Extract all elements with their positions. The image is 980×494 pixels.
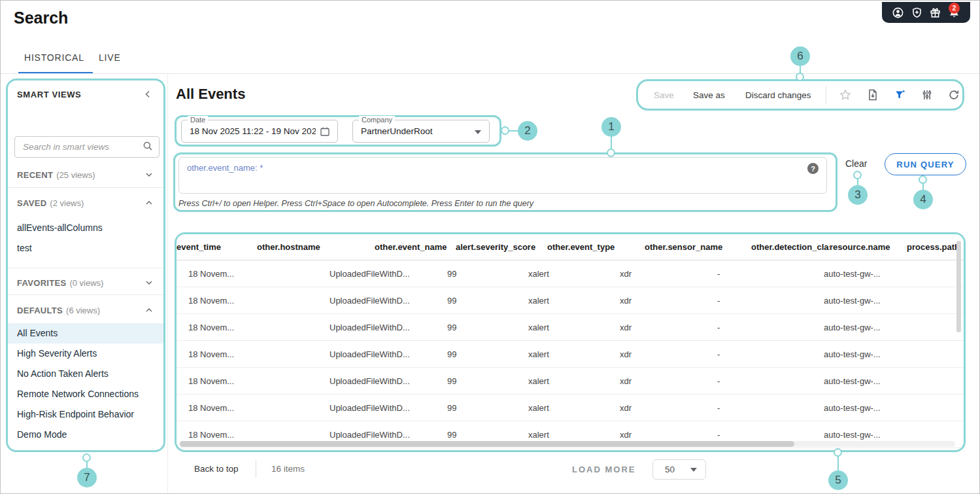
- notification-badge: 2: [949, 3, 960, 14]
- section-defaults[interactable]: DEFAULTS (6 views): [8, 300, 163, 320]
- column-header[interactable]: other.hostname: [257, 242, 375, 252]
- callout-6-dot: [796, 73, 804, 81]
- section-count: (2 views): [50, 198, 84, 208]
- divider: [8, 187, 163, 188]
- list-item[interactable]: All Events: [8, 323, 163, 344]
- callout-2-line: [509, 130, 518, 132]
- chevron-down-icon: [144, 277, 154, 288]
- callout-3: 3: [848, 185, 868, 205]
- list-item[interactable]: High Severity Alerts: [8, 344, 163, 364]
- tabs-divider: [1, 73, 980, 74]
- list-item[interactable]: No Action Taken Alerts: [8, 364, 163, 384]
- list-item[interactable]: test: [8, 238, 163, 258]
- section-count: (25 views): [56, 170, 95, 180]
- save-as-button[interactable]: Save as: [693, 90, 725, 100]
- table-row[interactable]: 18 Novem...UploadedFileWithD... 99xalert…: [177, 341, 964, 368]
- items-count: 16 items: [271, 464, 305, 474]
- shield-icon[interactable]: [911, 7, 923, 19]
- column-header[interactable]: alert.severity_score: [456, 242, 547, 252]
- table-row[interactable]: 18 Novem...UploadedFileWithD... 99xalert…: [177, 287, 964, 314]
- divider: [8, 294, 163, 295]
- list-item[interactable]: High-Risk Endpoint Behavior: [8, 404, 163, 425]
- callout-1: 1: [601, 117, 621, 137]
- table-row[interactable]: 18 Novem...UploadedFileWithD... 99xalert…: [177, 260, 964, 287]
- results-table: event_timeother.hostnameother.event_name…: [175, 232, 966, 452]
- help-icon[interactable]: ?: [807, 163, 819, 174]
- column-header[interactable]: resource.name: [830, 242, 907, 252]
- collapse-sidebar-icon[interactable]: [141, 88, 154, 101]
- chevron-down-icon: [475, 130, 481, 134]
- discard-changes-button[interactable]: Discard changes: [745, 90, 811, 100]
- run-query-button[interactable]: RUN QUERY: [885, 153, 966, 175]
- column-header[interactable]: other.event_name: [375, 242, 456, 252]
- load-more-button[interactable]: LOAD MORE: [572, 465, 635, 474]
- gift-icon[interactable]: [929, 7, 941, 19]
- callout-5-dot: [834, 448, 842, 457]
- column-header[interactable]: other.event_type: [547, 242, 645, 252]
- callout-6: 6: [790, 46, 810, 66]
- company-select[interactable]: Company PartnerUnderRoot: [352, 120, 490, 143]
- divider: [8, 268, 163, 268]
- table-row[interactable]: 18 Novem...UploadedFileWithD... 99xalert…: [177, 314, 964, 341]
- date-range-field[interactable]: Date 18 Nov 2025 11:22 - 19 Nov 202...: [181, 120, 338, 143]
- column-header[interactable]: other.sensor_name: [645, 242, 751, 252]
- vertical-scrollbar[interactable]: [956, 241, 961, 332]
- search-icon[interactable]: [142, 140, 154, 154]
- save-button[interactable]: Save: [654, 90, 674, 100]
- section-label: FAVORITES: [17, 278, 66, 288]
- smart-views-search: [14, 136, 160, 158]
- column-header[interactable]: event_time: [177, 242, 257, 252]
- callout-1-dot: [607, 149, 615, 157]
- callout-2: 2: [518, 121, 537, 141]
- chevron-up-icon: [144, 305, 154, 315]
- section-label: SAVED: [17, 198, 46, 208]
- date-field-value: 18 Nov 2025 11:22 - 19 Nov 202...: [182, 120, 316, 143]
- section-label: DEFAULTS: [17, 306, 63, 315]
- clear-button[interactable]: Clear: [845, 158, 867, 169]
- smart-views-panel: SMART VIEWS RECENT (25 views) SAVED (2 v…: [6, 79, 165, 452]
- tab-live[interactable]: LIVE: [99, 52, 121, 63]
- footer-divider: [256, 461, 256, 478]
- refresh-icon[interactable]: [947, 88, 960, 101]
- list-item[interactable]: Demo Mode: [8, 425, 163, 445]
- page-size-value: 50: [653, 465, 675, 474]
- star-icon[interactable]: [839, 88, 852, 101]
- chevron-down-icon: [690, 468, 697, 472]
- section-recent[interactable]: RECENT (25 views): [8, 165, 163, 185]
- query-text: other.event_name: *: [187, 163, 263, 173]
- callout-4-dot: [919, 175, 927, 184]
- saved-views-list: allEvents-allColumnstest: [8, 218, 163, 258]
- user-icon[interactable]: [892, 7, 904, 19]
- section-count: (6 views): [66, 306, 100, 315]
- section-saved[interactable]: SAVED (2 views): [8, 193, 163, 213]
- callout-5: 5: [828, 470, 848, 490]
- callout-1-line: [611, 135, 612, 150]
- horizontal-scrollbar[interactable]: [180, 441, 955, 447]
- smart-views-title: SMART VIEWS: [17, 90, 81, 99]
- query-input[interactable]: other.event_name: * ?: [178, 157, 827, 194]
- list-item[interactable]: Remote Network Connections: [8, 384, 163, 404]
- filter-icon[interactable]: [894, 88, 907, 101]
- callout-7-dot: [82, 453, 91, 462]
- export-report-icon[interactable]: [866, 88, 879, 101]
- company-field-value: PartnerUnderRoot: [353, 120, 464, 143]
- section-favorites[interactable]: FAVORITES (0 views): [8, 273, 163, 292]
- column-header[interactable]: process.path: [907, 242, 964, 252]
- table-row[interactable]: 18 Novem...UploadedFileWithD... 99xalert…: [177, 368, 964, 395]
- tab-historical[interactable]: HISTORICAL: [24, 52, 84, 63]
- section-count: (0 views): [69, 278, 103, 288]
- page-size-select[interactable]: 50: [652, 459, 706, 480]
- list-item[interactable]: allEvents-allColumns: [8, 218, 163, 238]
- search-page: Search 2 HISTORICAL LIVE SMART VIEWS: [0, 0, 980, 494]
- callout-3-dot: [853, 171, 862, 179]
- back-to-top-button[interactable]: Back to top: [194, 464, 239, 474]
- table-row[interactable]: 18 Novem...UploadedFileWithD... 99xalert…: [177, 395, 964, 421]
- callout-4: 4: [913, 190, 933, 209]
- smart-views-search-input[interactable]: [23, 142, 142, 152]
- calendar-icon[interactable]: [319, 126, 331, 137]
- view-title: All Events: [176, 86, 245, 103]
- company-field-label: Company: [359, 116, 395, 124]
- columns-settings-icon[interactable]: [921, 88, 934, 101]
- callout-7: 7: [77, 468, 97, 487]
- column-header[interactable]: other.detection_class: [751, 242, 830, 252]
